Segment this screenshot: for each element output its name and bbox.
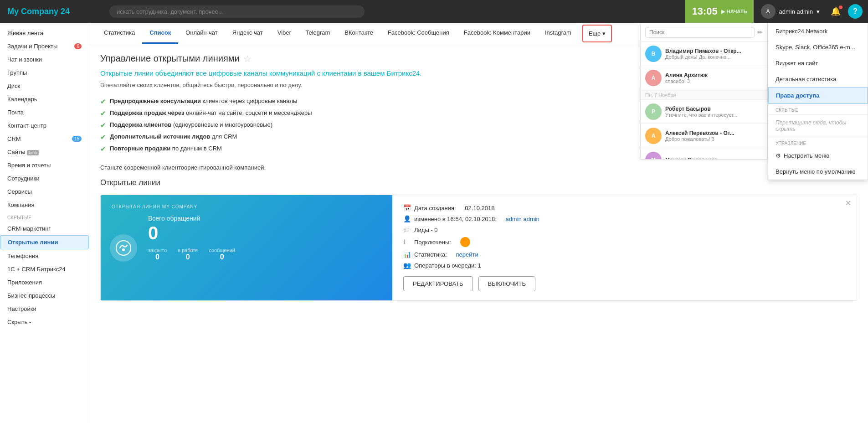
dropdown-item-skype[interactable]: Skype, Slack, Office365 e-m... (768, 39, 868, 55)
dropdown-item-widget[interactable]: Виджет на сайт (768, 55, 868, 71)
sidebar-item-label: Контакт-центр (7, 122, 46, 129)
page-title: Управление открытыми линиями ☆ (100, 53, 252, 64)
dropdown-menu: Битрикс24.Network Skype, Slack, Office36… (768, 23, 868, 180)
notification-bell[interactable]: 🔔 (827, 5, 844, 18)
chat-item-3[interactable]: Р Роберт Басыров Уточните, что вас интер… (641, 100, 767, 124)
tab-facebook-messages[interactable]: Facebook: Сообщения (380, 23, 457, 44)
sidebar-item-label: Бизнес-процессы (7, 292, 55, 299)
messages-stat: сообщений 0 (209, 248, 235, 261)
chat-item-info: Алина Архитюк спасибо! 3 (665, 72, 763, 84)
svg-point-0 (116, 241, 131, 255)
messages-label: сообщений (209, 248, 235, 253)
messages-num: 0 (220, 253, 224, 261)
sidebar-item-chat[interactable]: Чат и звонки (0, 53, 89, 66)
sidebar-item-settings[interactable]: Настройки (0, 302, 89, 315)
stats-link[interactable]: перейти (456, 251, 478, 258)
dropdown-item-bitrix-network[interactable]: Битрикс24.Network (768, 23, 868, 39)
calendar-icon: 📅 (403, 204, 411, 212)
sidebar-item-crm-marketing[interactable]: CRM-маркетинг (0, 222, 89, 235)
sidebar-item-services[interactable]: Сервисы (0, 185, 89, 198)
closed-stat: закрыто 0 (148, 248, 167, 261)
tab-online-chat[interactable]: Онлайн-чат (178, 23, 225, 44)
tab-list[interactable]: Список (142, 23, 178, 44)
dropdown-configure-menu[interactable]: ⚙ Настроить меню (768, 148, 868, 164)
start-button[interactable]: ▶ НАЧАТЬ (721, 9, 747, 15)
beta-badge: beta (27, 150, 39, 155)
sidebar-item-label: CRM (7, 135, 21, 142)
sidebar-item-telephony[interactable]: Телефония (0, 249, 89, 263)
sidebar-item-time[interactable]: Время и отчеты (0, 159, 89, 172)
chat-item-name: Алексей Перевозов - От... (665, 130, 763, 136)
sidebar-item-calendar[interactable]: Календарь (0, 93, 89, 106)
stats-icon: 📊 (403, 251, 411, 258)
tab-instagram[interactable]: Instagram (538, 23, 579, 44)
dropdown-item-detailed-stats[interactable]: Детальная статистика (768, 71, 868, 87)
search-input[interactable] (109, 5, 365, 18)
tab-vk[interactable]: ВКонтакте (337, 23, 380, 44)
card-icon (110, 234, 137, 262)
tab-viber[interactable]: Viber (270, 23, 298, 44)
tab-facebook-comments[interactable]: Facebook: Комментарии (457, 23, 538, 44)
hidden-section-label: СКРЫТЫЕ (0, 212, 89, 222)
tab-telegram[interactable]: Telegram (298, 23, 337, 44)
changed-by-link[interactable]: admin admin (505, 216, 539, 222)
tasks-badge: 6 (74, 43, 82, 49)
tab-yandex-chat[interactable]: Яндекс чат (225, 23, 270, 44)
play-icon: ▶ (721, 9, 725, 15)
clock-display: 13:05 (692, 5, 717, 17)
topbar-time: 13:05 ▶ НАЧАТЬ (685, 0, 753, 23)
chat-item-2[interactable]: А Алина Архитюк спасибо! 3 (641, 66, 767, 90)
tab-statistics[interactable]: Статистика (97, 23, 142, 44)
sidebar-item-apps[interactable]: Приложения (0, 276, 89, 289)
sidebar-item-open-lines[interactable]: Открытые линии (0, 235, 89, 249)
sidebar-item-1c[interactable]: 1С + CRM Битрикс24 (0, 263, 89, 276)
edit-icon[interactable]: ✏ (757, 29, 763, 36)
chat-item-msg: Добрый день! Да, конечно... (665, 54, 763, 60)
sidebar-item-tasks[interactable]: Задачи и Проекты 6 (0, 40, 89, 53)
date-created-row: 📅 Дата создания: 02.10.2018 (403, 204, 846, 212)
disable-button[interactable]: ВЫКЛЮЧИТЬ (478, 276, 535, 291)
close-icon[interactable]: ✕ (845, 199, 851, 207)
in-work-num: 0 (186, 253, 190, 261)
chat-item-4[interactable]: А Алексей Перевозов - От... Добро пожало… (641, 124, 767, 148)
sidebar-item-label: Диск (7, 83, 20, 89)
sidebar-item-disk[interactable]: Диск (0, 79, 89, 93)
sidebar-item-label: Сервисы (7, 188, 32, 195)
sidebar-item-label: Приложения (7, 279, 42, 286)
total-label: Всего обращений (148, 215, 381, 222)
chat-item-5[interactable]: М Максим Силоренко (641, 148, 767, 160)
sidebar-item-label: 1С + CRM Битрикс24 (7, 266, 66, 273)
sidebar-item-mail[interactable]: Почта (0, 106, 89, 119)
tab-more-label: Еще ▾ (589, 30, 606, 37)
leads-label: Лиды - 0 (414, 227, 438, 233)
sidebar-item-company[interactable]: Компания (0, 198, 89, 212)
sidebar-item-contact-center[interactable]: Контакт-центр (0, 119, 89, 132)
operators-row: 👥 Операторы в очереди: 1 (403, 262, 846, 269)
sidebar-item-employees[interactable]: Сотрудники (0, 172, 89, 185)
chevron-down-icon: ▾ (817, 8, 820, 15)
help-button[interactable]: ? (848, 4, 863, 19)
sidebar-item-label: Сотрудники (7, 175, 39, 182)
tab-more-button[interactable]: Еще ▾ (582, 25, 612, 42)
chat-item-name: Роберт Басыров (665, 106, 763, 112)
chat-panel-header: ✏ (641, 23, 767, 42)
sidebar-item-groups[interactable]: Группы (0, 66, 89, 79)
chat-search-input[interactable] (645, 27, 755, 38)
sidebar-item-biz-process[interactable]: Бизнес-процессы (0, 289, 89, 302)
user-menu[interactable]: A admin admin ▾ (757, 2, 823, 21)
avatar: В (645, 46, 662, 62)
favorite-icon[interactable]: ☆ (243, 53, 252, 64)
dropdown-hidden-label: СКРЫТЫЕ (768, 104, 868, 114)
sidebar-item-sites[interactable]: Сайтыbeta (0, 145, 89, 159)
user-name: admin admin (779, 8, 813, 15)
leads-icon: 🏷 (403, 226, 411, 233)
chat-item-1[interactable]: В Владимир Пимахов - Откр... Добрый день… (641, 42, 767, 66)
sidebar-item-hide[interactable]: Скрыть - (0, 315, 89, 329)
dropdown-item-access-rights[interactable]: Права доступа (768, 87, 868, 104)
sidebar-item-live-feed[interactable]: Живая лента (0, 26, 89, 40)
sidebar-item-crm[interactable]: CRM 15 (0, 132, 89, 145)
edit-button[interactable]: РЕДАКТИРОВАТЬ (403, 276, 473, 291)
dropdown-reset-menu[interactable]: Вернуть меню по умолчанию (768, 164, 868, 180)
dropdown-drag-area: Перетащите сюда, чтобы скрыть (768, 114, 868, 137)
chat-item-name: Максим Силоренко (665, 157, 763, 160)
